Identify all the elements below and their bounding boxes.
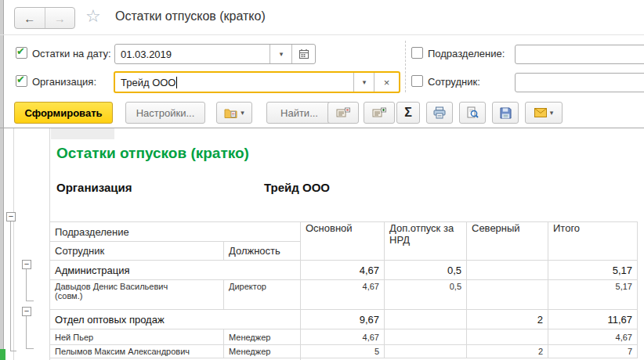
floppy-save-icon	[500, 107, 512, 119]
cell-additional	[385, 329, 467, 345]
organization-clear-button[interactable]: ×	[374, 73, 399, 92]
collapse-groups-button[interactable]	[327, 102, 359, 124]
cell-total: 5,17	[548, 280, 638, 310]
settings-button[interactable]: Настройки...	[125, 102, 205, 124]
settings-button-label: Настройки...	[136, 107, 195, 119]
tree-line	[26, 348, 34, 349]
report-variants-button[interactable]: ▾	[216, 102, 252, 124]
group-row-administration: Администрация 4,67 0,5 5,17	[50, 261, 638, 280]
employee-row-davydov: Давыдов Денис Васильевич(совм.) Директор…	[50, 280, 638, 310]
organization-value: Трейд ООО	[121, 73, 177, 92]
chevron-down-icon: ▾	[550, 109, 554, 117]
date-filter-label: Остатки на дату:	[32, 48, 111, 59]
minus-icon: −	[9, 211, 13, 221]
cell-main: 5	[301, 345, 385, 358]
group-sales-toggle[interactable]: −	[22, 307, 31, 316]
group-name: Отдел оптовых продаж	[50, 310, 301, 329]
header-position: Должность	[224, 242, 301, 261]
group-name: Администрация	[50, 261, 301, 280]
cell-additional	[385, 345, 467, 358]
department-filter-checkbox[interactable]	[411, 47, 423, 59]
checkmark-icon: ✔	[16, 45, 25, 57]
organization-dropdown-button[interactable]: ▾	[353, 73, 374, 92]
employee-name: Давыдов Денис Васильевич(совм.)	[50, 280, 224, 310]
printer-icon	[433, 106, 446, 119]
cell-total: 5,17	[548, 261, 638, 280]
text-caret	[176, 77, 177, 88]
header-employee: Сотрудник	[50, 242, 224, 261]
topbar-divider	[0, 34, 644, 35]
calendar-icon	[298, 49, 309, 59]
send-email-button[interactable]: ▾	[525, 102, 563, 124]
print-button[interactable]	[426, 102, 453, 124]
preview-button[interactable]	[459, 102, 486, 124]
department-input[interactable]	[515, 45, 644, 64]
cell-main: 4,67	[301, 280, 385, 310]
employee-input[interactable]	[515, 73, 644, 92]
generate-button-label: Сформировать	[24, 107, 102, 119]
clear-icon: ×	[384, 77, 390, 88]
cell-total: 4,67	[548, 329, 638, 345]
organization-input[interactable]: Трейд ООО ▾ ×	[114, 71, 400, 93]
employee-filter-checkbox[interactable]	[411, 75, 423, 87]
employee-row-pelymov: Пелымов Максим Александрович Менеджер 5 …	[50, 345, 638, 358]
favorite-star-icon[interactable]: ☆	[85, 6, 101, 27]
print-preview-icon	[466, 106, 479, 119]
cell-total: 11,67	[548, 310, 638, 329]
expand-groups-icon	[372, 107, 386, 118]
date-filter-checkbox[interactable]: ✔	[16, 47, 27, 59]
employee-position: Директор	[224, 280, 301, 310]
header-north: Северный	[467, 222, 548, 261]
table-header-row: Подразделение Основной Доп.отпуск за НРД…	[50, 222, 638, 242]
organization-filter-label: Организация:	[32, 76, 96, 88]
report-table: Подразделение Основной Доп.отпуск за НРД…	[49, 221, 638, 358]
group-administration-toggle[interactable]: −	[22, 260, 31, 269]
minus-icon: −	[24, 259, 29, 268]
back-button[interactable]: ←	[15, 8, 45, 28]
header-main: Основной	[301, 222, 385, 261]
back-arrow-icon: ←	[24, 12, 35, 25]
employee-filter-label: Сотрудник:	[428, 76, 480, 88]
totals-button[interactable]: Σ	[396, 102, 420, 124]
tree-line	[10, 351, 16, 351]
save-button[interactable]	[492, 102, 519, 124]
cell-north	[467, 261, 548, 280]
chevron-down-icon: ▾	[280, 50, 284, 58]
date-calendar-button[interactable]	[291, 45, 315, 63]
date-input[interactable]: 01.03.2019 ▾	[114, 44, 316, 64]
nav-button-group: ← →	[14, 7, 75, 29]
report-org-label: Организация	[56, 181, 132, 194]
forward-button[interactable]: →	[45, 8, 75, 28]
employee-name: Пелымов Максим Александрович	[50, 345, 224, 358]
cell-north	[467, 280, 548, 310]
cell-main: 4,67	[301, 261, 385, 280]
expand-groups-button[interactable]	[364, 102, 395, 124]
department-filter-label: Подразделение:	[428, 48, 505, 59]
row-header-border	[13, 128, 14, 360]
report-collapse-all-toggle[interactable]: −	[6, 212, 16, 221]
filter-columns-separator	[405, 41, 406, 92]
status-indicator	[0, 349, 5, 360]
find-button[interactable]: Найти...	[266, 102, 332, 124]
find-button-label: Найти...	[280, 107, 318, 119]
organization-filter-checkbox[interactable]: ✔	[16, 75, 27, 87]
generate-button[interactable]: Сформировать	[14, 102, 113, 124]
cell-main: 4,67	[301, 329, 385, 345]
envelope-icon	[534, 108, 547, 117]
employee-position: Менеджер	[224, 329, 301, 345]
cell-additional: 0,5	[385, 261, 467, 280]
tree-line	[26, 269, 27, 301]
employee-name: Ней Пьер	[50, 329, 224, 345]
group-row-sales: Отдел оптовых продаж 9,67 2 11,67	[50, 310, 638, 329]
date-dropdown-button[interactable]: ▾	[270, 45, 292, 63]
cell-main: 9,67	[301, 310, 385, 329]
sigma-icon: Σ	[404, 106, 412, 120]
cell-north	[467, 329, 548, 345]
minus-icon: −	[24, 306, 29, 315]
tree-line	[10, 221, 11, 351]
header-total: Итого	[548, 222, 638, 261]
employee-position: Менеджер	[224, 345, 301, 358]
folder-icon	[224, 107, 237, 118]
header-additional: Доп.отпуск за НРД	[385, 222, 467, 261]
cell-total: 7	[548, 345, 638, 358]
